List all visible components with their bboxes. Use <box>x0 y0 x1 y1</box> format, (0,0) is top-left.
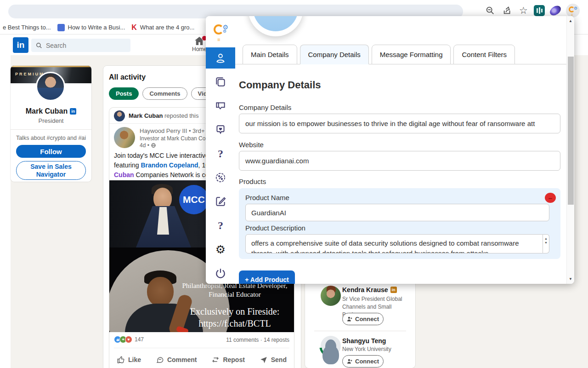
share-icon[interactable] <box>503 6 513 16</box>
edit-icon <box>215 196 226 207</box>
repost-button[interactable]: Repost <box>211 356 244 364</box>
profile-name-row[interactable]: Mark Cuban in <box>11 107 91 115</box>
settings-gear-icon: ⚙ <box>215 244 226 255</box>
connect-button[interactable]: Connect <box>342 355 384 368</box>
remove-product-button[interactable]: – <box>545 193 556 203</box>
repost-header[interactable]: Mark Cuban reposted this <box>129 112 198 119</box>
percent-badge-icon <box>215 172 226 184</box>
comment-button[interactable]: Comment <box>156 356 197 364</box>
mcc-logo: MCC <box>179 185 209 214</box>
profile-name: Mark Cuban <box>26 107 68 115</box>
bookmark-item[interactable]: How to Write a Busi... <box>57 24 125 31</box>
profile-headline: President <box>11 117 91 124</box>
product-description-textarea[interactable]: offers a comprehensive suite of data sec… <box>245 234 543 253</box>
sidebar-compose-item[interactable] <box>206 191 235 212</box>
products-label: Products <box>239 178 266 185</box>
reaction-count[interactable]: 147 <box>135 336 144 343</box>
question-icon: ? <box>218 148 223 160</box>
like-icon <box>117 356 125 364</box>
sidebar-help2-item[interactable]: ? <box>206 215 235 236</box>
zoom-icon[interactable] <box>485 6 495 16</box>
person-name-row[interactable]: Kendra Krause in <box>342 286 397 293</box>
gear-glyph: ⚙ <box>574 6 577 11</box>
popup-scrollbar[interactable]: ▲ ▼ <box>566 16 574 284</box>
bookmark-item[interactable]: e Best Things to... <box>3 24 51 31</box>
textarea-scroll-buttons[interactable]: ▲▼ <box>543 234 549 253</box>
company-details-label: Company Details <box>239 104 291 111</box>
tab-content-filters[interactable]: Content Filters <box>453 45 515 64</box>
teal-extension-icon[interactable] <box>534 5 545 16</box>
search-bar[interactable] <box>31 39 130 52</box>
image-caption-roles: Philanthropist, Real Estate Developer, F… <box>177 282 292 299</box>
send-button[interactable]: Send <box>260 356 287 364</box>
talks-about-text: Talks about #crypto and #ai <box>11 135 91 141</box>
product-name-input[interactable] <box>245 204 549 221</box>
like-button[interactable]: Like <box>117 356 141 364</box>
send-icon <box>260 356 268 364</box>
divider <box>11 129 91 130</box>
connect-person-icon <box>347 316 353 322</box>
power-icon <box>215 267 226 279</box>
sidebar-help-item[interactable]: ? <box>206 143 235 164</box>
post-author-name[interactable]: Haywood Perry III • 3rd+ <box>140 127 204 134</box>
save-sales-navigator-button[interactable]: Save in Sales Navigator <box>16 161 86 180</box>
form-heading: Company Details <box>239 79 321 91</box>
bookmark-item[interactable]: K What are the 4 gro... <box>131 23 194 32</box>
active-extension-icon[interactable]: ⚙ ≡ <box>566 4 580 17</box>
add-product-button[interactable]: + Add Product <box>239 270 295 284</box>
person-avatar[interactable] <box>321 286 341 306</box>
popup-tabs: Main Details Company Details Message For… <box>243 45 515 64</box>
divider <box>114 348 289 348</box>
popup-avatar <box>248 16 303 36</box>
follow-button[interactable]: Follow <box>16 145 86 158</box>
connect-person-icon <box>347 358 353 364</box>
extension-logo-icon: ⚙ ⚙ ≡ <box>214 22 227 43</box>
linkedin-verified-badge: in <box>70 108 76 115</box>
sidebar-copy-item[interactable] <box>206 71 235 92</box>
company-link[interactable]: Cuban <box>114 171 134 178</box>
filter-comments[interactable]: Comments <box>142 87 187 100</box>
profile-card: PREMIUM Mark Cuban in President Talks ab… <box>11 66 91 182</box>
website-input[interactable] <box>239 151 560 171</box>
company-details-input[interactable] <box>239 114 560 133</box>
profile-avatar[interactable] <box>36 72 65 101</box>
person-link[interactable]: Brandon Copeland <box>141 161 198 169</box>
bookmark-favicon <box>57 24 65 31</box>
scrollbar-thumb[interactable] <box>568 57 574 205</box>
divider <box>314 331 406 331</box>
connect-button[interactable]: Connect <box>342 313 384 325</box>
tab-company-details[interactable]: Company Details <box>300 45 369 64</box>
sidebar-badge-item[interactable] <box>206 119 235 140</box>
person-headline: New York University <box>342 345 391 353</box>
filter-posts[interactable]: Posts <box>109 87 139 100</box>
comment-icon <box>156 356 164 364</box>
scroll-down-arrow[interactable]: ▼ <box>567 277 574 281</box>
sidebar-power-item[interactable] <box>206 263 235 284</box>
person-icon <box>215 52 226 64</box>
extension-popup: ⚙ ⚙ ≡ <box>206 16 574 284</box>
post-author-avatar[interactable] <box>114 127 135 148</box>
engagement-row: ✦ ♥ 147 11 comments · 14 reposts <box>114 336 289 345</box>
chat-bubbles-icon <box>215 100 226 112</box>
sidebar-discount-item[interactable] <box>206 167 235 188</box>
tab-message-formatting[interactable]: Message Formatting <box>372 45 451 64</box>
linkedin-logo[interactable]: in <box>13 37 28 53</box>
sidebar-chat-item[interactable] <box>206 95 235 116</box>
sidebar-settings-item[interactable]: ⚙ <box>206 239 235 260</box>
scroll-up-arrow[interactable]: ▲ <box>567 19 574 23</box>
repost-avatar[interactable] <box>114 110 125 121</box>
person-name-row[interactable]: Shangyu Teng <box>342 337 386 345</box>
premium-in-badge: in <box>390 287 397 293</box>
bookmark-star-icon[interactable]: ☆ <box>519 6 529 16</box>
activity-title: All activity <box>109 73 146 81</box>
person-avatar[interactable] <box>321 336 341 356</box>
post-meta: 4d • <box>140 142 156 149</box>
product-card: Product Name – Product Description offer… <box>239 188 560 259</box>
tab-main-details[interactable]: Main Details <box>243 45 297 64</box>
comments-reposts-count[interactable]: 11 comments · 14 reposts <box>226 337 289 343</box>
post-action-bar: Like Comment Repost Send <box>109 351 294 368</box>
purple-extension-icon[interactable] <box>548 4 563 17</box>
search-input[interactable] <box>46 42 119 49</box>
sidebar-profile-item[interactable] <box>206 47 235 69</box>
question-icon: ? <box>218 219 223 232</box>
